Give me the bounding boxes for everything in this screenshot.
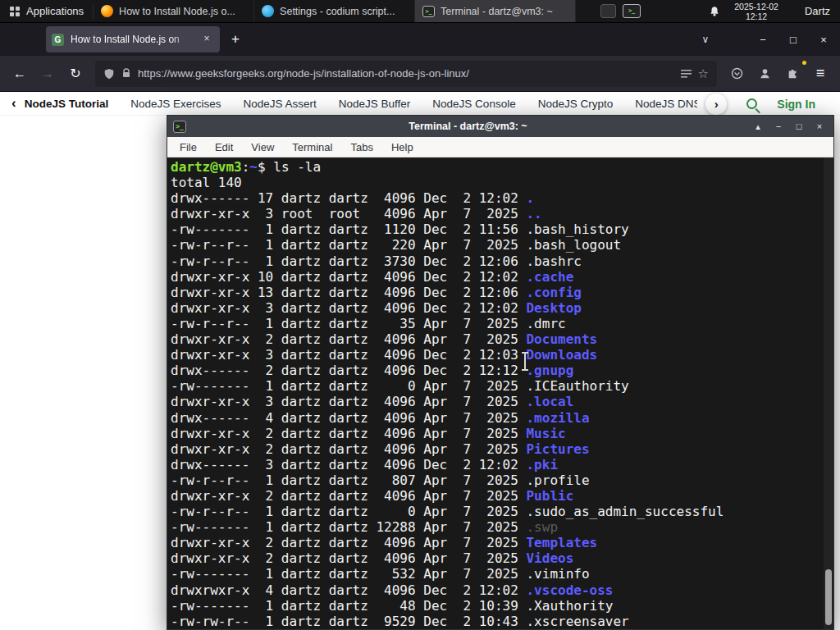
notifications-button[interactable] — [701, 0, 728, 22]
ls-meta: drwxr-xr-x 13 dartz dartz 4096 Dec 2 12:… — [171, 285, 526, 300]
terminal-titlebar[interactable]: >_ Terminal - dartz@vm3: ~ ▴ − □ × — [167, 116, 833, 137]
ls-row: drwxr-xr-x 2 dartz dartz 4096 Apr 7 2025… — [171, 535, 830, 550]
clock-time: 12:12 — [746, 11, 767, 21]
browser-tab[interactable]: G How to Install Node.js on × — [46, 26, 220, 52]
panel-spacer — [641, 0, 701, 22]
lock-icon[interactable] — [121, 68, 131, 79]
ls-row: drwxr-xr-x 10 dartz dartz 4096 Dec 2 12:… — [171, 269, 830, 285]
nav-link-tutorial[interactable]: NodeJS Tutorial — [25, 98, 109, 110]
nav-link-buffer[interactable]: NodeJS Buffer — [339, 98, 411, 110]
nav-link-crypto[interactable]: NodeJS Crypto — [538, 98, 614, 110]
ls-row: drwx------ 4 dartz dartz 4096 Apr 7 2025… — [171, 410, 830, 426]
ls-row: drwxr-xr-x 3 dartz dartz 4096 Dec 2 12:0… — [171, 347, 830, 363]
minimize-button[interactable]: − — [770, 118, 787, 135]
ls-meta: -rw------- 1 dartz dartz 12288 Apr 7 202… — [171, 519, 526, 535]
reload-button[interactable]: ↻ — [62, 62, 89, 86]
ls-row: drwxr-xr-x 13 dartz dartz 4096 Dec 2 12:… — [171, 285, 830, 300]
ls-row: drwx------ 17 dartz dartz 4096 Dec 2 12:… — [171, 190, 830, 206]
search-icon[interactable] — [746, 98, 757, 109]
menu-button[interactable]: ≡ — [807, 62, 833, 86]
ls-meta: drwxr-xr-x 10 dartz dartz 4096 Dec 2 12:… — [171, 269, 526, 285]
ls-row: drwxr-xr-x 2 dartz dartz 4096 Apr 7 2025… — [171, 426, 830, 441]
url-bar[interactable]: https://www.geeksforgeeks.org/node-js/in… — [95, 61, 717, 87]
nav-link-assert[interactable]: NodeJS Assert — [243, 98, 316, 110]
terminal-menubar: File Edit View Terminal Tabs Help — [167, 137, 833, 158]
taskbar-item-browser[interactable]: How to Install Node.js o... — [94, 0, 254, 22]
nav-scroll-left-icon[interactable]: ‹ — [11, 95, 16, 112]
clock[interactable]: 2025-12-02 12:12 — [728, 0, 785, 22]
ls-meta: -rw------- 1 dartz dartz 0 Apr 7 2025 — [171, 378, 526, 394]
ls-meta: -rw-rw-r-- 1 dartz dartz 9529 Dec 2 10:4… — [171, 614, 526, 629]
new-tab-button[interactable]: + — [225, 29, 246, 50]
ls-name: Templates — [526, 535, 597, 550]
sign-in-button[interactable]: Sign In — [777, 98, 815, 111]
ls-name: Music — [526, 426, 565, 441]
nav-link-dns[interactable]: NodeJS DNS — [635, 98, 697, 110]
ls-name: .bash_history — [526, 221, 628, 237]
menu-terminal[interactable]: Terminal — [285, 139, 340, 155]
ls-row: drwxr-xr-x 3 dartz dartz 4096 Dec 2 12:0… — [171, 300, 830, 316]
terminal-icon: >_ — [422, 6, 435, 17]
task-label: Terminal - dartz@vm3: ~ — [441, 6, 553, 17]
reader-view-icon[interactable] — [681, 69, 692, 79]
bookmark-star-icon[interactable]: ☆ — [698, 66, 709, 81]
site-nav-bar: ‹ NodeJS Tutorial NodeJS Exercises NodeJ… — [0, 92, 840, 116]
tab-title: How to Install Node.js on — [71, 34, 193, 45]
total-line: total 140 — [171, 175, 830, 190]
back-button[interactable]: ← — [7, 62, 33, 86]
applications-menu[interactable]: Applications — [0, 0, 93, 22]
tray-app-icon[interactable] — [600, 4, 616, 18]
maximize-button[interactable]: □ — [783, 30, 803, 49]
ls-row: drwxr-xr-x 2 dartz dartz 4096 Apr 7 2025… — [171, 331, 830, 347]
maximize-button[interactable]: □ — [791, 118, 807, 135]
tab-close-button[interactable]: × — [199, 32, 214, 47]
ls-name: .bash_logout — [526, 237, 621, 253]
ls-meta: drwxr-xr-x 3 dartz dartz 4096 Dec 2 12:0… — [171, 300, 526, 316]
site-nav-links: NodeJS Tutorial NodeJS Exercises NodeJS … — [25, 98, 697, 110]
terminal-scrollbar[interactable] — [824, 158, 833, 629]
extensions-button[interactable] — [779, 62, 806, 86]
nav-link-exercises[interactable]: NodeJS Exercises — [130, 98, 221, 110]
forward-button[interactable]: → — [34, 62, 61, 86]
menu-tabs[interactable]: Tabs — [343, 139, 380, 155]
account-button[interactable] — [751, 62, 778, 86]
nav-link-console[interactable]: NodeJS Console — [432, 98, 515, 110]
ls-name: .viminfo — [526, 566, 589, 582]
tracking-shield-icon[interactable] — [103, 68, 115, 80]
clock-date: 2025-12-02 — [734, 2, 778, 11]
prompt-path: ~ — [249, 159, 258, 175]
ls-name: .dmrc — [526, 316, 565, 331]
menu-file[interactable]: File — [172, 139, 204, 155]
ls-name: .config — [526, 285, 581, 300]
applications-label: Applications — [26, 5, 84, 17]
pocket-button[interactable] — [724, 62, 750, 86]
ls-name: . — [526, 190, 534, 206]
ls-row: -rw------- 1 dartz dartz 1120 Dec 2 11:5… — [171, 221, 830, 237]
list-all-tabs-button[interactable]: ∨ — [696, 30, 715, 49]
taskbar-item-codium[interactable]: Settings - codium script... — [254, 0, 415, 22]
terminal-screen[interactable]: dartz@vm3:~$ ls -la total 140 drwx------… — [167, 158, 833, 629]
taskbar-item-terminal[interactable]: >_ Terminal - dartz@vm3: ~ — [415, 0, 576, 22]
ls-meta: drwxr-xr-x 2 dartz dartz 4096 Apr 7 2025 — [171, 488, 526, 504]
ls-row: drwx------ 2 dartz dartz 4096 Dec 2 12:1… — [171, 363, 830, 378]
tray-display-icon[interactable]: >_ — [623, 4, 641, 18]
close-button[interactable]: × — [811, 118, 828, 135]
nav-scroll-right-button[interactable]: › — [705, 94, 727, 115]
prompt-symbol: $ — [258, 159, 273, 175]
ls-row: -rw------- 1 dartz dartz 0 Apr 7 2025 .I… — [171, 378, 830, 394]
ls-row: -rw-r--r-- 1 dartz dartz 3730 Dec 2 12:0… — [171, 253, 830, 269]
minimize-button[interactable]: − — [753, 30, 773, 49]
prompt-user-host: dartz@vm3 — [171, 159, 242, 175]
shade-button[interactable]: ▴ — [750, 118, 766, 135]
menu-edit[interactable]: Edit — [208, 139, 240, 155]
ls-name: Public — [526, 488, 573, 504]
ls-meta: drwxr-xr-x 3 root root 4096 Apr 7 2025 — [171, 206, 526, 221]
ls-row: -rw------- 1 dartz dartz 532 Apr 7 2025 … — [171, 566, 830, 582]
close-button[interactable]: × — [814, 30, 833, 49]
ls-row: -rw-r--r-- 1 dartz dartz 0 Apr 7 2025 .s… — [171, 504, 830, 519]
menu-view[interactable]: View — [244, 139, 281, 155]
scrollbar-thumb[interactable] — [825, 569, 832, 625]
ls-row: -rw-r--r-- 1 dartz dartz 220 Apr 7 2025 … — [171, 237, 830, 253]
menu-help[interactable]: Help — [384, 139, 421, 155]
user-menu[interactable]: Dartz — [785, 0, 840, 22]
